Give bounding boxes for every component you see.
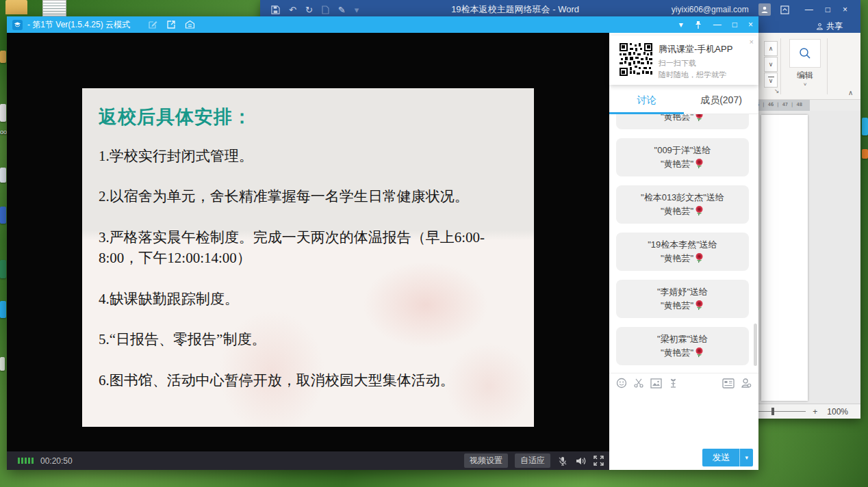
ribbon-group-divider bbox=[827, 38, 828, 94]
close-icon[interactable]: × bbox=[750, 38, 754, 46]
video-settings-button[interactable]: 视频设置 bbox=[464, 453, 508, 468]
zoom-slider[interactable] bbox=[754, 411, 806, 412]
fit-mode-button[interactable]: 自适应 bbox=[515, 453, 550, 468]
tab-discussion[interactable]: 讨论 bbox=[609, 88, 684, 114]
gift-flower-icon[interactable] bbox=[668, 378, 678, 389]
redo-icon[interactable]: ↻ bbox=[305, 5, 313, 15]
zoom-in-button[interactable]: + bbox=[813, 407, 817, 417]
desktop-notepad-icon[interactable] bbox=[42, 0, 66, 16]
share-button[interactable]: 共享 bbox=[816, 21, 843, 32]
word-page[interactable] bbox=[761, 115, 808, 401]
desktop-icon-sliver[interactable] bbox=[0, 260, 6, 278]
edit-note-icon[interactable] bbox=[148, 20, 157, 29]
member-rollcall-icon[interactable] bbox=[741, 378, 752, 389]
slide-title: 返校后具体安排： bbox=[99, 105, 518, 129]
find-button[interactable] bbox=[789, 39, 821, 68]
word-document-title: 19检本返校主题网络班会 - Word bbox=[359, 3, 672, 16]
qat-dropdown-icon[interactable]: ▾ bbox=[355, 5, 359, 15]
dialog-launcher-icon[interactable]: ↘ bbox=[774, 88, 780, 94]
rose-icon bbox=[694, 252, 704, 263]
avatar[interactable] bbox=[758, 3, 771, 16]
desktop-icon-sliver[interactable] bbox=[0, 51, 6, 63]
desktop-icon-sliver[interactable] bbox=[0, 168, 6, 183]
slide-item: 5.“日报告、零报告”制度。 bbox=[99, 329, 518, 350]
home-icon[interactable] bbox=[185, 20, 195, 29]
save-icon[interactable] bbox=[271, 5, 280, 14]
desktop-folder-icon[interactable] bbox=[5, 0, 27, 14]
gift-message: "李婧妤"送给 "黄艳芸" bbox=[616, 280, 749, 318]
speaker-icon[interactable] bbox=[575, 456, 587, 466]
classroom-close-button[interactable]: × bbox=[743, 20, 758, 29]
word-close-button[interactable]: × bbox=[837, 5, 854, 14]
zoom-slider-thumb[interactable] bbox=[771, 408, 774, 415]
collapse-ribbon-icon[interactable]: ∧ bbox=[848, 89, 853, 96]
desktop-icon-label: oo bbox=[0, 129, 7, 135]
gallery-down-button[interactable]: ∨ bbox=[764, 57, 778, 72]
share-screen-icon[interactable] bbox=[166, 20, 176, 29]
rose-icon bbox=[694, 300, 704, 311]
word-quick-access-toolbar: ↶ ↻ ✎ ▾ bbox=[260, 5, 359, 15]
classroom-minimize-button[interactable]: — bbox=[708, 20, 727, 29]
chat-input[interactable]: 发送 ▾ bbox=[609, 393, 758, 470]
fullscreen-icon[interactable] bbox=[593, 456, 604, 466]
elapsed-time: 00:20:50 bbox=[40, 456, 73, 466]
chat-tabs: 讨论 成员(207) bbox=[609, 88, 758, 114]
slide-item: 3.严格落实晨午检制度。完成一天两次的体温报告（早上6:00-8:00，下午12… bbox=[99, 227, 518, 269]
qr-code bbox=[620, 43, 652, 76]
desktop-icon-sliver[interactable] bbox=[0, 357, 5, 371]
app-promo-line1: 扫一扫下载 bbox=[659, 58, 696, 68]
classroom-titlebar: - 第1节 Ver(1.5.4.25) 云模式 ▾ — □ bbox=[7, 16, 758, 33]
chat-panel: × 腾讯课堂-手机APP 扫一扫下载 随时随地，想学就学 bbox=[609, 33, 758, 470]
gallery-up-button[interactable]: ∧ bbox=[764, 41, 778, 56]
app-promo-title: 腾讯课堂-手机APP bbox=[659, 43, 732, 55]
classroom-dropdown-icon[interactable]: ▾ bbox=[674, 20, 689, 29]
desktop-icon-sliver[interactable] bbox=[0, 207, 6, 224]
desktop: oo ↶ ↻ ✎ ▾ 19检本返校主题网络班会 - Word yiyixi606… bbox=[0, 0, 868, 487]
chat-toolbar bbox=[609, 373, 758, 393]
pin-icon[interactable] bbox=[689, 21, 708, 29]
rose-icon bbox=[694, 205, 704, 216]
undo-icon[interactable]: ↶ bbox=[289, 5, 296, 15]
send-button[interactable]: 发送 bbox=[702, 449, 739, 466]
slide-item: 6.图书馆、活动中心暂停开放，取消校园大型集体活动。 bbox=[99, 370, 518, 391]
ribbon-group-divider bbox=[780, 38, 781, 94]
signal-strength-icon bbox=[18, 458, 34, 464]
emoji-icon[interactable] bbox=[616, 378, 627, 389]
tab-members[interactable]: 成员(207) bbox=[684, 88, 758, 114]
player-control-bar: 00:20:50 视频设置 自适应 bbox=[7, 451, 609, 470]
chat-message-list[interactable]: "黄艳芸" "009于洋"送给 "黄艳芸" "检本013彭文杰"送给 "黄艳芸"… bbox=[609, 114, 758, 373]
presentation-slide: 返校后具体安排： 1.学校实行封闭式管理。 2.以宿舍为单元，舍长精准掌握每一名… bbox=[82, 88, 534, 427]
desktop-icon-sliver[interactable] bbox=[0, 301, 6, 318]
image-icon[interactable] bbox=[650, 378, 662, 389]
ribbon-display-options-icon[interactable] bbox=[780, 5, 789, 14]
classroom-window-title: - 第1节 Ver(1.5.4.25) 云模式 bbox=[27, 19, 130, 31]
app-promo-line2: 随时随地，想学就学 bbox=[659, 70, 726, 80]
gift-message: "梁初霖"送给 "黄艳芸" bbox=[616, 327, 749, 365]
desktop-icon-sliver[interactable] bbox=[862, 149, 868, 159]
microphone-muted-icon[interactable] bbox=[557, 456, 568, 466]
zoom-level[interactable]: 100% bbox=[827, 407, 848, 417]
share-label: 共享 bbox=[826, 21, 843, 32]
word-maximize-button[interactable]: □ bbox=[819, 5, 837, 14]
gallery-more-button[interactable]: ∨ bbox=[764, 73, 778, 88]
ribbon-edit-group: 编辑 ˅ bbox=[786, 39, 824, 88]
desktop-icon-sliver[interactable] bbox=[862, 118, 868, 135]
edit-group-label: 编辑 bbox=[786, 70, 824, 81]
classroom-maximize-button[interactable]: □ bbox=[727, 20, 743, 29]
answer-card-icon[interactable] bbox=[722, 378, 735, 389]
slide-item: 2.以宿舍为单元，舍长精准掌握每一名学生日常健康状况。 bbox=[99, 186, 518, 207]
screenshot-scissors-icon[interactable] bbox=[633, 378, 644, 389]
word-minimize-button[interactable]: — bbox=[799, 5, 819, 14]
word-account-email[interactable]: yiyixi606@gmail.com bbox=[672, 5, 749, 14]
rose-icon bbox=[694, 158, 704, 169]
desktop-icon-sliver[interactable] bbox=[0, 104, 6, 122]
gift-message: "19检本李然"送给 "黄艳芸" bbox=[616, 233, 749, 271]
styles-gallery-arrows: ∧ ∨ ∨ bbox=[764, 41, 778, 88]
slide-item: 4.缺课缺勤跟踪制度。 bbox=[99, 289, 518, 309]
edit-dropdown-icon[interactable]: ˅ bbox=[786, 81, 824, 88]
chat-scrollbar-thumb[interactable] bbox=[754, 324, 757, 366]
draw-icon[interactable]: ✎ bbox=[338, 5, 346, 15]
gift-message: "黄艳芸" bbox=[616, 114, 749, 129]
send-options-dropdown[interactable]: ▾ bbox=[739, 449, 753, 466]
new-file-icon[interactable] bbox=[322, 5, 329, 14]
